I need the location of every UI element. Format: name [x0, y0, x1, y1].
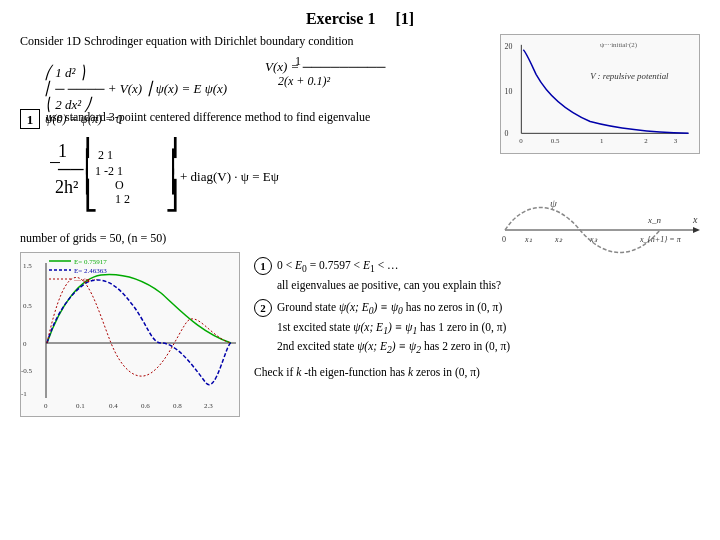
svg-text:x₁: x₁	[524, 235, 532, 244]
item1-eq: 0 < E0 = 0.7597 < E1 < …	[277, 259, 399, 271]
matrix-svg: ─ 1 ── 2h² ⎡ ⎢ ⎢ ⎣ 2 1 1 -2 1 O 1 2	[50, 137, 390, 217]
right-text-panel: 1 0 < E0 = 0.7597 < E1 < … all eigenvalu…	[254, 252, 700, 417]
svg-text:20: 20	[505, 42, 513, 51]
item2-text: Ground state ψ(x; E0) ≡ ψ0 has no zeros …	[277, 299, 510, 358]
svg-text:0.5: 0.5	[23, 302, 32, 310]
item2-number: 2	[254, 299, 272, 317]
check-k2: k	[408, 366, 413, 378]
svg-text:x₂: x₂	[554, 235, 563, 244]
svg-text:3: 3	[674, 137, 678, 144]
excited1-formula: ψ(x; E1) ≡ ψ1	[353, 321, 417, 333]
svg-text:⎣: ⎣	[84, 178, 98, 212]
svg-text:x: x	[692, 214, 698, 225]
excited2-formula: ψ(x; E2) ≡ ψ2	[357, 340, 421, 352]
intro-text: Consider 1D Schrodinger equation with Di…	[20, 34, 490, 49]
svg-text:+ diag(V) · ψ = Eψ: + diag(V) · ψ = Eψ	[180, 169, 279, 184]
item1-text: 0 < E0 = 0.7597 < E1 < … all eigenvalues…	[277, 257, 501, 294]
svg-text:1: 1	[295, 55, 301, 68]
ground-state-detail: has no zeros in (0, π)	[406, 301, 503, 313]
svg-text:1: 1	[58, 141, 67, 161]
vx-graph: 20 10 0 0 0.5 1 2 3 V : repulsive potent…	[500, 34, 700, 154]
svg-text:O: O	[115, 178, 124, 192]
step1-number: 1	[20, 109, 40, 129]
svg-text:10: 10	[505, 87, 513, 96]
svg-text:1: 1	[600, 137, 604, 144]
excited1-label: 1st excited state	[277, 321, 350, 333]
svg-text:0.1: 0.1	[76, 402, 85, 410]
svg-marker-37	[693, 227, 700, 233]
svg-text:2: 2	[644, 137, 648, 144]
svg-text:0: 0	[505, 129, 509, 138]
item2-row: 2 Ground state ψ(x; E0) ≡ ψ0 has no zero…	[254, 299, 700, 358]
check-text-end: zeros in (0, π)	[416, 366, 480, 378]
svg-text:V(x) = ─────────: V(x) = ─────────	[265, 59, 386, 74]
svg-text:⎦: ⎦	[165, 178, 179, 212]
svg-text:-0.5: -0.5	[21, 367, 33, 375]
wave-svg: ψ x x_n 0 x₁ x₂ x₃ x_{n+1} = π	[500, 195, 700, 255]
svg-text:2.3: 2.3	[204, 402, 213, 410]
vx-svg: V(x) = ───────── 1 2(x + 0.1)²	[260, 55, 420, 95]
vx-formula: V(x) = ───────── 1 2(x + 0.1)²	[260, 55, 490, 99]
svg-text:0.8: 0.8	[173, 402, 182, 410]
svg-text:⎛  1  d²              ⎞: ⎛ 1 d² ⎞	[45, 64, 86, 81]
check-row: Check if k -th eigen-function has k zero…	[254, 366, 700, 378]
wave-diagram: ψ x x_n 0 x₁ x₂ x₃ x_{n+1} = π	[500, 195, 700, 255]
matrix-formula: ─ 1 ── 2h² ⎡ ⎢ ⎢ ⎣ 2 1 1 -2 1 O 1 2	[50, 137, 490, 221]
svg-text:0.4: 0.4	[109, 402, 118, 410]
exercise-ref: [1]	[395, 10, 414, 27]
svg-text:-1: -1	[21, 390, 27, 398]
excited2-detail: has 2 zero in (0, π)	[424, 340, 510, 352]
svg-text:x_n: x_n	[647, 215, 661, 225]
ground-state-formula: ψ(x; E0) ≡ ψ0	[339, 301, 403, 313]
svg-text:x₃: x₃	[589, 235, 598, 244]
svg-text:E= 2.46363: E= 2.46363	[74, 267, 107, 275]
check-kth: k	[296, 366, 301, 378]
svg-text:⎜ ─ ──── + V(x) ⎟ ψ(x) = E ψ(x: ⎜ ─ ──── + V(x) ⎟ ψ(x) = E ψ(x)	[45, 80, 227, 97]
eigenfunction-svg: 1.5 0.5 0 -0.5 -1 0 0.1 0.4 0.6 0.8 2.3	[21, 253, 241, 418]
svg-text:ψ····initial·(2): ψ····initial·(2)	[600, 41, 637, 49]
svg-text:0: 0	[23, 340, 27, 348]
eigenfunction-plot: 1.5 0.5 0 -0.5 -1 0 0.1 0.4 0.6 0.8 2.3	[20, 252, 240, 417]
svg-text:1   -2    1: 1 -2 1	[95, 164, 123, 178]
svg-text:2(x + 0.1)²: 2(x + 0.1)²	[278, 74, 330, 88]
svg-text:ψ: ψ	[550, 197, 557, 209]
svg-text:E= 0.75917: E= 0.75917	[74, 258, 107, 266]
bottom-section: 1.5 0.5 0 -0.5 -1 0 0.1 0.4 0.6 0.8 2.3	[20, 252, 700, 417]
step1-text: use standard 3-poiint centered differenc…	[46, 109, 370, 126]
svg-text:──: ──	[57, 159, 84, 179]
svg-text:— ψ₃ ···: — ψ₃ ···	[73, 276, 97, 284]
ground-state-label: Ground state	[277, 301, 336, 313]
item1-explain: all eigenvalues ae positive, can you exp…	[277, 279, 501, 291]
svg-text:1.5: 1.5	[23, 262, 32, 270]
vx-plot-svg: 20 10 0 0 0.5 1 2 3 V : repulsive potent…	[501, 35, 699, 153]
svg-text:2h²: 2h²	[55, 177, 78, 197]
excited1-detail: has 1 zero in (0, π)	[420, 321, 506, 333]
svg-text:0: 0	[44, 402, 48, 410]
svg-text:0.5: 0.5	[551, 137, 560, 144]
excited2-label: 2nd excited state	[277, 340, 354, 352]
svg-text:1    2: 1 2	[115, 192, 130, 206]
svg-text:0: 0	[502, 235, 506, 244]
exercise-title: Exercise 1	[306, 10, 375, 27]
item1-row: 1 0 < E0 = 0.7597 < E1 < … all eigenvalu…	[254, 257, 700, 294]
svg-text:0.6: 0.6	[141, 402, 150, 410]
page-header: Exercise 1 [1]	[20, 10, 700, 28]
item1-number: 1	[254, 257, 272, 275]
svg-text:V : repulsive potential: V : repulsive potential	[590, 71, 669, 81]
check-label: Check if	[254, 366, 296, 378]
svg-text:0: 0	[519, 137, 523, 144]
check-text-part: -th eigen-function has	[304, 366, 408, 378]
svg-text:x_{n+1} = π: x_{n+1} = π	[639, 235, 682, 244]
svg-text:2    1: 2 1	[98, 148, 113, 162]
